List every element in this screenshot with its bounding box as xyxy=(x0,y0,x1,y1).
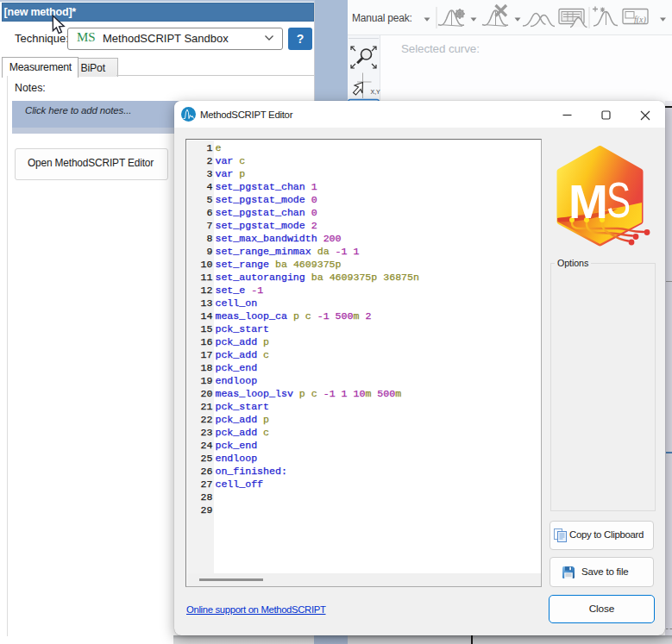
svg-text:M: M xyxy=(568,175,608,228)
svg-text:S: S xyxy=(606,173,631,228)
svg-text:X,Y: X,Y xyxy=(371,89,381,95)
svg-text:f(x): f(x) xyxy=(634,15,647,25)
